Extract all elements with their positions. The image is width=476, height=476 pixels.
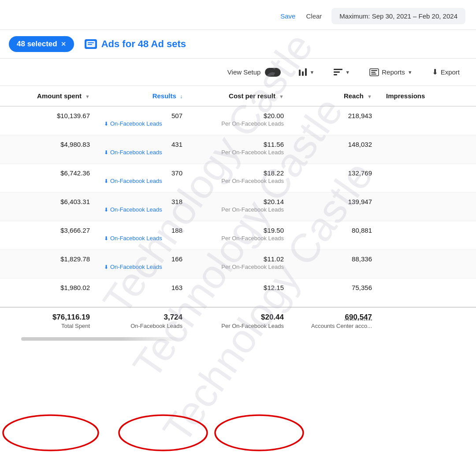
columns-icon	[299, 68, 307, 76]
cell-cpr-3: $20.14 Per On-Facebook Leads	[190, 193, 291, 221]
footer-cpr-sub: Per On-Facebook Leads	[197, 323, 284, 329]
reports-button[interactable]: Reports ▼	[364, 65, 418, 80]
cell-amount-2: $6,742.36	[0, 164, 97, 192]
cell-impressions-0	[379, 106, 476, 135]
cell-amount-5: $1,829.78	[0, 250, 97, 278]
cell-cpr-6: $12.15	[190, 279, 291, 307]
cell-reach-0: 218,943	[291, 107, 379, 135]
close-icon[interactable]: ✕	[61, 41, 66, 48]
footer-reach-sub: Accounts Center acco...	[298, 323, 372, 329]
top-bar-actions: Save Clear	[276, 10, 326, 22]
export-label: Export	[441, 68, 460, 76]
footer-results-cell: 3,724 On-Facebook Leads	[97, 308, 190, 334]
data-table: Amount spent ▼ Results ↓ Cost per result…	[0, 86, 476, 334]
cell-cpr-1: $11.56 Per On-Facebook Leads	[190, 135, 291, 164]
cell-amount-1: $4,980.83	[0, 135, 97, 164]
footer-reach-cell: 690,547 Accounts Center acco...	[291, 308, 379, 334]
view-setup-toggle[interactable]	[265, 68, 281, 77]
col-header-impressions[interactable]: Impressions	[379, 86, 476, 106]
table-row: $1,980.02 163 $12.15 75,356	[0, 279, 476, 308]
footer-results-sub: On-Facebook Leads	[104, 323, 182, 329]
table-row: $4,980.83 431 ⬇ On-Facebook Leads $11.56…	[0, 135, 476, 164]
reach-sort-arrow: ▼	[367, 94, 372, 99]
reports-label: Reports	[382, 68, 405, 76]
cell-reach-5: 88,336	[291, 250, 379, 278]
svg-point-10	[215, 415, 303, 450]
reports-icon	[369, 68, 379, 76]
selected-badge[interactable]: 48 selected ✕	[9, 36, 74, 52]
scrollbar-area[interactable]	[11, 337, 465, 341]
table-row: $10,139.67 507 ⬇ On-Facebook Leads $20.0…	[0, 106, 476, 135]
data-table-container: Amount spent ▼ Results ↓ Cost per result…	[0, 86, 476, 334]
cell-cpr-5: $11.02 Per On-Facebook Leads	[190, 250, 291, 278]
table-row: $1,829.78 166 ⬇ On-Facebook Leads $11.02…	[0, 250, 476, 279]
subheader: 48 selected ✕ Ads for 48 Ad sets	[0, 30, 476, 59]
cell-cpr-0: $20.00 Per On-Facebook Leads	[190, 107, 291, 135]
cell-amount-4: $3,666.27	[0, 221, 97, 249]
cell-reach-4: 80,881	[291, 221, 379, 249]
amount-sort-arrow: ▼	[85, 94, 90, 99]
cell-results-4: 188 ⬇ On-Facebook Leads	[97, 221, 190, 249]
view-setup-label: View Setup	[227, 68, 261, 76]
svg-rect-6	[371, 72, 376, 73]
table-header-row: Amount spent ▼ Results ↓ Cost per result…	[0, 86, 476, 106]
cell-results-6: 163	[97, 279, 190, 307]
filter-button[interactable]: ▼	[328, 65, 356, 79]
toolbar-row: View Setup ▼ ▼ Reports ▼ ⬇ Export	[0, 59, 476, 86]
cell-amount-6: $1,980.02	[0, 279, 97, 307]
ads-title-text: Ads for 48 Ad sets	[101, 38, 186, 50]
table-row: $6,403.31 318 ⬇ On-Facebook Leads $20.14…	[0, 193, 476, 221]
filter-icon	[334, 69, 342, 75]
top-bar: Save Clear Maximum: Sep 30, 2021 – Feb 2…	[0, 0, 476, 30]
cell-cpr-2: $18.22 Per On-Facebook Leads	[190, 164, 291, 192]
cell-reach-3: 139,947	[291, 193, 379, 221]
cell-reach-2: 132,769	[291, 164, 379, 192]
col-header-reach[interactable]: Reach ▼	[291, 86, 379, 106]
footer-impressions-cell	[379, 307, 476, 334]
filter-chevron: ▼	[345, 70, 350, 75]
cell-cpr-4: $19.50 Per On-Facebook Leads	[190, 221, 291, 249]
table-row: $6,742.36 370 ⬇ On-Facebook Leads $18.22…	[0, 164, 476, 193]
svg-rect-3	[88, 44, 92, 45]
selected-count: 48 selected	[17, 40, 57, 48]
reports-chevron: ▼	[408, 70, 413, 75]
cell-results-3: 318 ⬇ On-Facebook Leads	[97, 193, 190, 221]
export-icon: ⬇	[432, 67, 438, 77]
footer-amount-sub: Total Spent	[7, 323, 90, 329]
horizontal-scrollbar[interactable]	[21, 337, 189, 341]
clear-button[interactable]: Clear	[301, 10, 326, 22]
ads-set-icon	[85, 39, 97, 49]
export-button[interactable]: ⬇ Export	[426, 64, 465, 80]
footer-amount: $76,116.19	[52, 313, 90, 322]
col-header-results[interactable]: Results ↓	[97, 86, 190, 106]
footer-cpr-val: $20.44	[261, 313, 284, 322]
cell-impressions-2	[379, 164, 476, 193]
footer-amount-cell: $76,116.19 Total Spent	[0, 308, 97, 334]
cell-reach-6: 75,356	[291, 279, 379, 307]
ads-title: Ads for 48 Ad sets	[85, 38, 186, 50]
cell-impressions-4	[379, 221, 476, 250]
col-header-amount[interactable]: Amount spent ▼	[0, 86, 97, 106]
cell-impressions-3	[379, 193, 476, 221]
save-button[interactable]: Save	[276, 10, 300, 22]
columns-button[interactable]: ▼	[293, 65, 320, 79]
svg-rect-5	[371, 70, 377, 71]
view-setup: View Setup	[227, 68, 281, 77]
svg-point-8	[3, 415, 98, 450]
footer-cpr-cell: $20.44 Per On-Facebook Leads	[190, 308, 291, 334]
footer-results-num: 3,724	[164, 313, 182, 322]
cell-impressions-6	[379, 279, 476, 308]
cell-reach-1: 148,032	[291, 135, 379, 164]
cpr-sort-arrow: ▼	[279, 94, 284, 99]
col-header-cpr[interactable]: Cost per result ▼	[190, 86, 291, 106]
cell-results-2: 370 ⬇ On-Facebook Leads	[97, 164, 190, 192]
cell-results-0: 507 ⬇ On-Facebook Leads	[97, 107, 190, 135]
cell-amount-0: $10,139.67	[0, 107, 97, 135]
results-sort-arrow: ↓	[180, 93, 182, 100]
cell-impressions-5	[379, 250, 476, 279]
footer-reach-val: 690,547	[298, 313, 372, 322]
cell-results-5: 166 ⬇ On-Facebook Leads	[97, 250, 190, 278]
columns-chevron: ▼	[309, 70, 314, 75]
cell-impressions-1	[379, 135, 476, 164]
svg-rect-7	[371, 74, 376, 74]
